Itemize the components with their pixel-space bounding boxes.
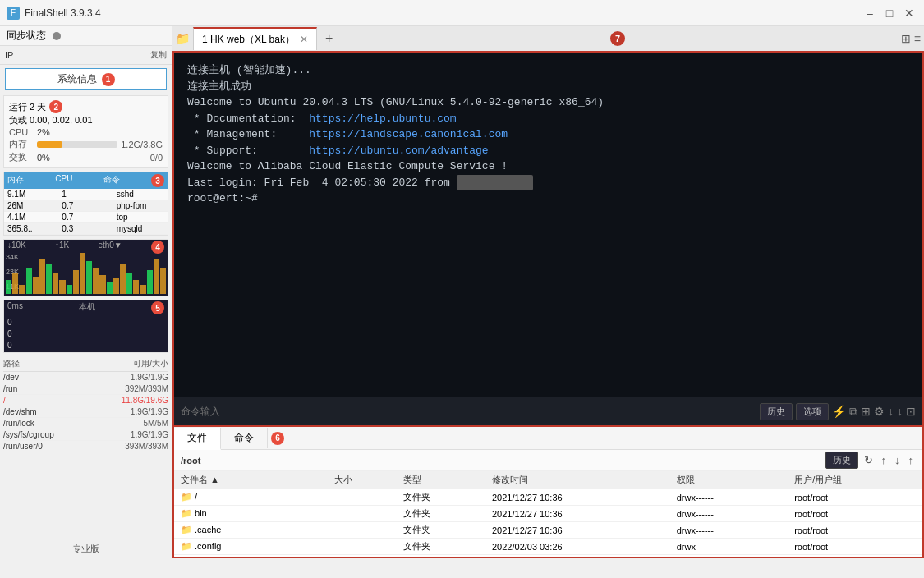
command-input[interactable] (181, 406, 753, 417)
minimize-button[interactable]: – (862, 5, 878, 21)
file-perms-cell: drwx------ (670, 522, 788, 539)
net-bar (67, 285, 72, 294)
net-bar (86, 261, 92, 294)
net-interface-label: eth0▼ (98, 241, 122, 254)
table-row[interactable]: 📁 / 文件夹 2021/12/27 10:36 drwx------ root… (174, 489, 922, 506)
terminal-line: Welcome to Alibaba Cloud Elastic Compute… (187, 158, 909, 175)
col-filename[interactable]: 文件名 ▲ (174, 471, 328, 489)
mem-bar-fill (37, 141, 62, 148)
disk-path-dev: /dev (3, 373, 19, 382)
history-button[interactable]: 历史 (760, 403, 793, 420)
terminal-area[interactable]: 连接主机 (智能加速)... 连接主机成功 Welcome to Ubuntu … (172, 53, 924, 397)
file-owner-cell: root/root (788, 522, 922, 539)
process-row: 9.1M 1 sshd (4, 189, 168, 200)
cpu-value: 2% (37, 127, 50, 137)
file-owner-cell: root/root (788, 539, 922, 555)
grid-view-button[interactable]: ⊞ (901, 32, 911, 45)
proc-header-cmd: 命令 (103, 174, 145, 187)
network-chart-header: ↓10K ↑1K eth0▼ 4 (4, 240, 168, 255)
file-history-button[interactable]: 历史 (825, 452, 858, 469)
close-button[interactable]: ✕ (901, 5, 917, 21)
table-row[interactable]: 📁 .finalshellc 文件夹 2022/02/03 19:42 drwx… (174, 555, 922, 557)
mem-label: 内存 (9, 138, 34, 150)
search-icon[interactable]: ⊞ (861, 405, 871, 418)
app-title: FinalShell 3.9.3.4 (25, 7, 101, 19)
tab-label: 1 HK web（XL bak） (202, 33, 295, 47)
col-type[interactable]: 类型 (397, 471, 485, 489)
maximize-button[interactable]: □ (881, 5, 898, 21)
settings-icon[interactable]: ⚙ (874, 405, 885, 418)
latency-chart: 0ms 本机 5 0 0 0 (3, 300, 168, 353)
current-path: /root (181, 456, 822, 466)
file-refresh-icon[interactable]: ↻ (862, 453, 876, 467)
disk-row: /run/lock 5M/5M (3, 418, 168, 429)
latency-label: 0ms (7, 301, 23, 314)
net-bar (53, 273, 58, 294)
file-name-cell: 📁 bin (174, 506, 328, 522)
file-table: 文件名 ▲ 大小 类型 修改时间 权限 用户/用户组 📁 / 文件夹 2021/… (174, 471, 922, 557)
disk-row: /run 392M/393M (3, 383, 168, 395)
file-toolbar: /root 历史 ↻ ↑ ↓ ↑ (174, 450, 922, 471)
download-icon[interactable]: ↓ (888, 405, 894, 418)
disk-path-shm: /dev/shm (3, 407, 37, 416)
proc-cpu: 0.7 (62, 201, 109, 210)
tab-bar: 📁 1 HK web（XL bak） ✕ + 7 ⊞ ≡ (172, 26, 924, 53)
app-icon: F (7, 7, 20, 20)
net-bar (120, 264, 126, 294)
net-bar (147, 270, 153, 294)
net-bar (93, 268, 99, 294)
terminal-line: Welcome to Ubuntu 20.04.3 LTS (GNU/Linux… (187, 94, 909, 111)
lightning-icon[interactable]: ⚡ (832, 405, 846, 418)
col-size[interactable]: 大小 (328, 471, 397, 489)
process-row: 365.8.. 0.3 mysqld (4, 223, 168, 235)
disk-section: 路径 可用/大小 /dev 1.9G/1.9G /run 392M/393M /… (3, 356, 168, 537)
disk-row: /run/user/0 393M/393M (3, 441, 168, 452)
sys-info-button[interactable]: 系统信息 1 (5, 68, 167, 90)
disk-row: / 11.8G/19.6G (3, 395, 168, 406)
file-perms-cell: drwx------ (670, 489, 788, 506)
net-bar (99, 275, 105, 294)
table-row[interactable]: 📁 .cache 文件夹 2021/12/27 10:36 drwx------… (174, 522, 922, 539)
disk-row: /dev/shm 1.9G/1.9G (3, 406, 168, 418)
tab-close-button[interactable]: ✕ (300, 34, 308, 45)
main-layout: 同步状态 IP 复制 系统信息 1 运行 2 天 2 负载 0.00, 0.02… (0, 26, 924, 558)
net-bar (80, 253, 85, 294)
file-tab[interactable]: 文件 (174, 428, 221, 450)
active-tab[interactable]: 1 HK web（XL bak） ✕ (193, 27, 317, 50)
file-manager-tabs: 文件 命令 6 (174, 427, 922, 450)
sync-bar: 同步状态 (0, 26, 172, 46)
add-tab-button[interactable]: + (317, 29, 341, 48)
sync-label: 同步状态 (7, 29, 46, 43)
menu-button[interactable]: ≡ (914, 32, 921, 45)
doc-link: https://help.ubuntu.com (309, 112, 456, 125)
badge-2: 2 (49, 100, 62, 113)
expand-icon[interactable]: ⊡ (906, 405, 916, 418)
file-type-cell: 文件夹 (397, 522, 485, 539)
process-row: 4.1M 0.7 top (4, 212, 168, 223)
latency-val-3: 0 (7, 340, 164, 351)
proc-cpu: 0.3 (62, 224, 109, 233)
disk-row: /dev 1.9G/1.9G (3, 372, 168, 383)
copy-button[interactable]: 复制 (150, 49, 167, 61)
col-perms[interactable]: 权限 (670, 471, 788, 489)
col-modified[interactable]: 修改时间 (485, 471, 670, 489)
sidebar: 同步状态 IP 复制 系统信息 1 运行 2 天 2 负载 0.00, 0.02… (0, 26, 172, 558)
file-up-icon[interactable]: ↑ (879, 453, 890, 467)
proc-cmd: php-fpm (117, 201, 164, 210)
table-row[interactable]: 📁 bin 文件夹 2021/12/27 10:36 drwx------ ro… (174, 506, 922, 522)
table-row[interactable]: 📁 .config 文件夹 2022/02/03 03:26 drwx-----… (174, 539, 922, 555)
disk-row: /sys/fs/cgroup 1.9G/1.9G (3, 429, 168, 441)
terminal-line: * Management: https://landscape.canonica… (187, 126, 909, 143)
command-tab[interactable]: 命令 (221, 428, 268, 448)
arrow-down-icon[interactable]: ↓ (897, 405, 903, 418)
file-download-icon[interactable]: ↓ (892, 453, 903, 467)
options-button[interactable]: 选项 (796, 403, 829, 420)
copy-icon[interactable]: ⧉ (849, 405, 857, 419)
file-upload-icon[interactable]: ↑ (906, 453, 917, 467)
proc-mem: 365.8.. (7, 224, 55, 233)
col-owner[interactable]: 用户/用户组 (788, 471, 922, 489)
file-manager: 文件 命令 6 /root 历史 ↻ ↑ ↓ ↑ 文件名 ▲ (172, 427, 924, 558)
net-bar (26, 268, 32, 294)
sync-status-dot (53, 32, 61, 40)
net-bar (73, 270, 79, 294)
